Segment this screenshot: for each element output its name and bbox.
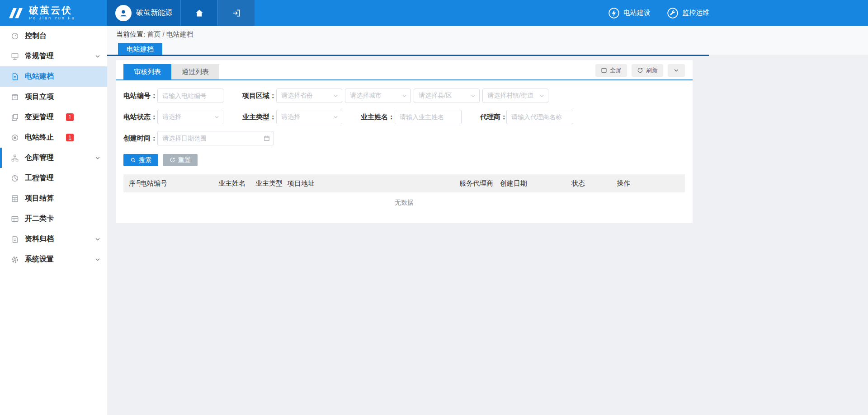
card-icon xyxy=(11,215,19,223)
top-bar: 破茧云伏 Po Jian Yun Fu 破茧新能源 电站建设 xyxy=(0,0,868,26)
brand-logo: 破茧云伏 Po Jian Yun Fu xyxy=(0,0,107,26)
brand-subtitle: Po Jian Yun Fu xyxy=(29,16,75,21)
sidebar-item-data-archive[interactable]: 资料归档 xyxy=(0,229,107,249)
chevron-down-icon xyxy=(333,93,339,99)
document-icon xyxy=(11,73,19,81)
sidebar-item-project-initiation[interactable]: 项目立项 xyxy=(0,87,107,107)
chevron-down-icon xyxy=(94,256,101,263)
login-exit-button[interactable] xyxy=(217,0,255,26)
filter-row-2: 电站状态： 请选择 业主类型： 请选择 业主姓名： 代理商： xyxy=(123,110,685,124)
col-status: 状态 xyxy=(571,179,617,188)
tab-passed-list[interactable]: 通过列表 xyxy=(171,64,219,79)
station-no-label: 电站编号： xyxy=(123,92,157,100)
refresh-icon xyxy=(637,67,643,74)
sidebar-item-system-settings[interactable]: 系统设置 xyxy=(0,249,107,270)
chevron-down-icon xyxy=(470,93,476,99)
nav-label: 监控运维 xyxy=(682,9,709,17)
col-owner-type: 业主类型 xyxy=(255,179,288,188)
col-project-address: 项目地址 xyxy=(288,179,459,188)
col-station-no: 电站编号 xyxy=(140,179,218,188)
calculator-icon xyxy=(11,195,19,203)
archive-icon xyxy=(11,235,19,243)
city-select[interactable]: 请选择城市 xyxy=(345,89,411,103)
company-switcher[interactable]: 破茧新能源 xyxy=(107,0,180,26)
nav-station-construction[interactable]: 电站建设 xyxy=(608,7,651,19)
refresh-button[interactable]: 刷新 xyxy=(632,64,663,77)
date-range-input[interactable] xyxy=(157,131,274,145)
sidebar-item-class2-card[interactable]: 开二类卡 xyxy=(0,209,107,229)
col-seq: 序号 xyxy=(123,179,140,188)
sidebar-item-change-mgmt[interactable]: 变更管理 1 xyxy=(0,107,107,127)
lightning-circle-icon xyxy=(608,7,620,19)
filter-card: 审核列表 通过列表 全屏 刷新 xyxy=(116,60,693,223)
user-avatar xyxy=(115,5,132,21)
owner-type-label: 业主类型： xyxy=(242,113,276,121)
calendar-icon[interactable] xyxy=(263,135,270,142)
notification-badge: 1 xyxy=(66,134,74,141)
filter-form: 电站编号： 项目区域： 请选择省份 请选择城市 请选择县/区 xyxy=(116,80,693,145)
breadcrumb: 当前位置: 首页 / 电站建档 xyxy=(116,30,868,39)
breadcrumb-path[interactable]: 首页 / 电站建档 xyxy=(147,30,193,38)
agent-label: 代理商： xyxy=(480,113,506,121)
chevron-down-icon xyxy=(673,67,679,74)
sidebar-item-console[interactable]: 控制台 xyxy=(0,26,107,46)
sidebar-item-warehouse-mgmt[interactable]: 仓库管理 xyxy=(0,148,107,168)
chevron-down-icon xyxy=(94,236,101,242)
empty-state: 无数据 xyxy=(123,192,685,213)
files-icon xyxy=(11,113,19,121)
agent-input[interactable] xyxy=(506,110,573,124)
owner-name-input[interactable] xyxy=(395,110,462,124)
notification-badge: 1 xyxy=(66,113,74,121)
chevron-down-icon xyxy=(539,93,545,99)
search-button[interactable]: 搜索 xyxy=(123,154,158,166)
chevron-down-icon xyxy=(94,53,101,60)
town-select[interactable]: 请选择村镇/街道 xyxy=(482,89,548,103)
filter-actions: 搜索 重置 xyxy=(116,152,693,166)
sidebar-item-engineering-mgmt[interactable]: 工程管理 xyxy=(0,168,107,188)
home-button[interactable] xyxy=(180,0,217,26)
card-tabs: 审核列表 通过列表 全屏 刷新 xyxy=(116,60,693,80)
fullscreen-button[interactable]: 全屏 xyxy=(595,64,627,77)
topbar-actions: 电站建设 监控运维 xyxy=(608,0,709,26)
home-icon xyxy=(195,9,204,18)
sidebar-item-station-termination[interactable]: 电站终止 1 xyxy=(0,127,107,148)
breadcrumb-label: 当前位置: xyxy=(116,30,145,38)
gear-icon xyxy=(11,256,19,264)
sidebar: 控制台 常规管理 电站建档 项目立项 变更管理 1 电站终止 1 仓库管理 xyxy=(0,26,107,415)
logo-icon xyxy=(7,6,24,20)
province-select[interactable]: 请选择省份 xyxy=(276,89,342,103)
pie-chart-icon xyxy=(11,174,19,182)
chevron-down-icon xyxy=(94,155,101,161)
reset-button[interactable]: 重置 xyxy=(163,154,198,166)
station-status-label: 电站状态： xyxy=(123,113,157,121)
tab-review-list[interactable]: 审核列表 xyxy=(123,64,171,79)
sidebar-item-station-filing[interactable]: 电站建档 xyxy=(0,66,107,87)
tab-underline xyxy=(107,55,709,56)
card-toolbar: 全屏 刷新 xyxy=(595,64,685,79)
sitemap-icon xyxy=(11,154,19,162)
chevron-down-icon xyxy=(401,93,407,99)
region-label: 项目区域： xyxy=(242,92,276,100)
chevron-down-icon xyxy=(214,114,220,120)
nav-monitoring-ops[interactable]: 监控运维 xyxy=(667,7,709,19)
workspace-bar: 破茧新能源 xyxy=(107,0,255,26)
date-range-field xyxy=(157,131,274,145)
chevron-down-icon xyxy=(333,114,339,120)
col-owner-name: 业主姓名 xyxy=(218,179,255,188)
station-no-input[interactable] xyxy=(157,89,223,103)
main-content: 当前位置: 首页 / 电站建档 电站建档 审核列表 通过列表 全屏 刷新 xyxy=(107,26,868,415)
app-root: 破茧云伏 Po Jian Yun Fu 破茧新能源 电站建设 xyxy=(0,0,868,415)
owner-type-select[interactable]: 请选择 xyxy=(276,110,342,124)
page-tab-station-filing[interactable]: 电站建档 xyxy=(118,43,162,55)
station-status-select[interactable]: 请选择 xyxy=(157,110,223,124)
create-time-label: 创建时间： xyxy=(123,134,157,143)
sidebar-item-general-mgmt[interactable]: 常规管理 xyxy=(0,46,107,66)
box-icon xyxy=(11,93,19,101)
search-icon xyxy=(130,157,136,163)
sidebar-item-project-settlement[interactable]: 项目结算 xyxy=(0,188,107,209)
county-select[interactable]: 请选择县/区 xyxy=(414,89,480,103)
page-header-strip: 当前位置: 首页 / 电站建档 电站建档 xyxy=(107,26,868,55)
record-icon xyxy=(11,134,19,142)
collapse-filters-button[interactable] xyxy=(668,64,685,77)
owner-name-label: 业主姓名： xyxy=(361,113,395,121)
